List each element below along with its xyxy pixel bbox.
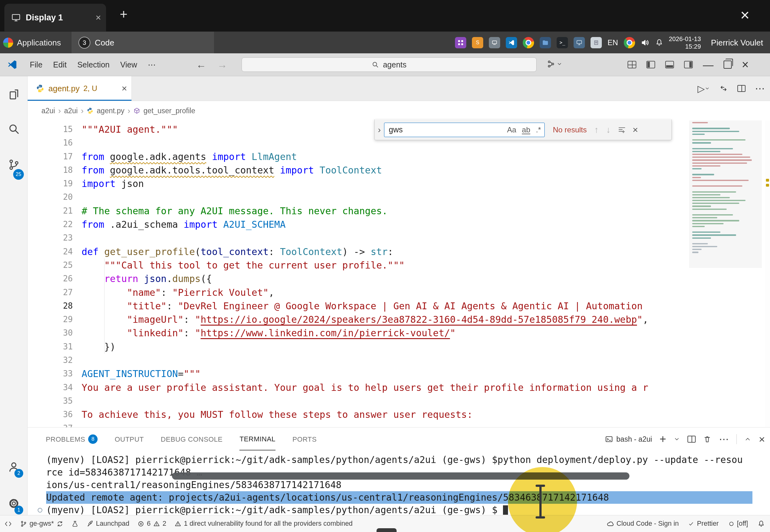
editor-more-actions-icon[interactable]: ⋯ bbox=[755, 82, 765, 94]
find-next-icon[interactable]: ↓ bbox=[606, 125, 611, 135]
menu-edit[interactable]: Edit bbox=[48, 53, 72, 76]
code-line[interactable] bbox=[82, 231, 689, 245]
line-number[interactable]: 27 bbox=[28, 286, 73, 299]
user-menu[interactable]: Pierrick Voulet bbox=[711, 38, 763, 48]
customize-layout-icon[interactable] bbox=[628, 61, 636, 68]
line-number[interactable]: 35 bbox=[28, 394, 73, 408]
line-number[interactable]: 28 bbox=[28, 299, 73, 313]
git-branch-status[interactable]: ge-gws* bbox=[20, 520, 63, 528]
match-case-icon[interactable]: Aa bbox=[505, 125, 518, 135]
whole-word-icon[interactable]: ab bbox=[520, 125, 532, 135]
code-line[interactable]: def get_user_profile(tool_context: ToolC… bbox=[82, 245, 689, 258]
line-number[interactable]: 17 bbox=[28, 150, 73, 163]
volume-icon[interactable] bbox=[641, 38, 650, 47]
line-number[interactable]: 36 bbox=[28, 408, 73, 421]
close-window-icon[interactable]: × bbox=[742, 58, 749, 72]
regex-icon[interactable]: .* bbox=[534, 125, 543, 135]
menu-file[interactable]: File bbox=[24, 53, 48, 76]
toggle-secondary-sidebar-icon[interactable] bbox=[684, 61, 693, 68]
viewer-close-icon[interactable]: × bbox=[736, 6, 754, 24]
system-tray-icon[interactable] bbox=[489, 37, 500, 48]
tab-agent-py[interactable]: agent.py 2, U × bbox=[28, 76, 132, 101]
menu-selection[interactable]: Selection bbox=[72, 53, 115, 76]
line-number[interactable]: 30 bbox=[28, 326, 73, 340]
menu-more[interactable]: ⋯ bbox=[142, 53, 161, 76]
open-changes-icon[interactable] bbox=[719, 84, 728, 93]
applications-menu[interactable]: Applications bbox=[3, 32, 61, 54]
chrome-icon[interactable] bbox=[624, 37, 635, 48]
launchpad-status[interactable]: Launchpad bbox=[87, 520, 129, 528]
line-number[interactable]: 25 bbox=[28, 258, 73, 272]
nav-back-icon[interactable]: ← bbox=[196, 53, 206, 76]
keyboard-layout-icon[interactable] bbox=[455, 37, 466, 48]
terminal-tray-icon[interactable]: >_ bbox=[557, 37, 568, 48]
line-number[interactable]: 15 bbox=[28, 123, 73, 136]
breadcrumb-item[interactable]: agent.py bbox=[97, 107, 124, 115]
remote-indicator-icon[interactable] bbox=[4, 520, 12, 528]
panel-tab-problems[interactable]: PROBLEMS8 bbox=[46, 428, 98, 450]
search-sidebar-icon[interactable] bbox=[8, 123, 20, 135]
code-line[interactable]: AGENT_INSTRUCTION=""" bbox=[82, 367, 689, 380]
notes-tray-icon[interactable] bbox=[591, 37, 602, 48]
chrome-tray-icon[interactable] bbox=[523, 37, 534, 48]
cloud-code-status[interactable]: Cloud Code - Sign in bbox=[607, 520, 679, 528]
run-python-file-button[interactable]: ▷ bbox=[698, 83, 710, 94]
terminal-dropdown-icon[interactable] bbox=[674, 436, 680, 442]
line-number[interactable]: 20 bbox=[28, 190, 73, 204]
code-line[interactable] bbox=[82, 394, 689, 408]
maximize-panel-icon[interactable] bbox=[744, 436, 751, 443]
code-line[interactable]: To achieve this, you MUST follow these s… bbox=[82, 408, 689, 421]
line-number[interactable]: 23 bbox=[28, 231, 73, 245]
find-input[interactable] bbox=[384, 125, 505, 134]
code-line[interactable] bbox=[82, 190, 689, 204]
line-number[interactable]: 31 bbox=[28, 340, 73, 354]
split-terminal-icon[interactable] bbox=[687, 436, 696, 443]
panel-tab-ports[interactable]: PORTS bbox=[292, 428, 317, 450]
explorer-icon[interactable] bbox=[8, 88, 20, 101]
kill-terminal-icon[interactable] bbox=[703, 435, 711, 443]
line-number[interactable]: 37 bbox=[28, 422, 73, 427]
code-line[interactable]: from google.adk.tools.tool_context impor… bbox=[82, 163, 689, 177]
code-line[interactable]: from google.adk.agents import LlmAgent bbox=[82, 150, 689, 163]
find-in-selection-icon[interactable] bbox=[618, 125, 626, 134]
toggle-sidebar-icon[interactable] bbox=[646, 61, 655, 68]
editor[interactable]: 1516171819202122232425262728293031323334… bbox=[28, 120, 770, 427]
folder-tray-icon[interactable] bbox=[540, 37, 551, 48]
workspace-switcher-icon[interactable] bbox=[547, 60, 562, 68]
line-number[interactable]: 29 bbox=[28, 313, 73, 326]
problems-status[interactable]: 6 2 bbox=[137, 520, 166, 528]
find-close-icon[interactable]: × bbox=[633, 125, 638, 135]
menu-view[interactable]: View bbox=[115, 53, 142, 76]
vulnerability-status[interactable]: 1 direct vulnerability found for all the… bbox=[174, 520, 353, 528]
code-line[interactable]: }) bbox=[82, 340, 689, 354]
overview-ruler[interactable] bbox=[765, 120, 770, 427]
line-number[interactable]: 22 bbox=[28, 218, 73, 231]
code-line[interactable]: # The schema for any A2UI message. This … bbox=[82, 204, 689, 218]
feature-toggle-status[interactable]: [off] bbox=[728, 520, 748, 528]
taskbar-window-code[interactable]: 3 Code bbox=[72, 32, 214, 54]
language-indicator[interactable]: EN bbox=[607, 38, 618, 47]
panel-tab-output[interactable]: OUTPUT bbox=[115, 428, 144, 450]
minimize-icon[interactable]: — bbox=[703, 59, 714, 71]
code-line[interactable]: "linkedin": "https://www.linkedin.com/in… bbox=[82, 326, 689, 340]
panel-more-actions-icon[interactable]: ⋯ bbox=[719, 433, 729, 445]
breadcrumb-item[interactable]: get_user_profile bbox=[143, 107, 195, 115]
line-number[interactable]: 24 bbox=[28, 245, 73, 258]
capture-icon[interactable]: S bbox=[472, 37, 483, 48]
vscode-tray-icon[interactable] bbox=[506, 37, 517, 48]
line-number[interactable]: 18 bbox=[28, 163, 73, 177]
terminal-line[interactable]: (myenv) [LOAS2] pierrick@pierrick:~/git/… bbox=[46, 454, 752, 466]
panel-tab-terminal[interactable]: TERMINAL bbox=[239, 428, 275, 450]
command-center-search[interactable]: agents bbox=[242, 57, 537, 72]
tab-close-icon[interactable]: × bbox=[121, 83, 127, 94]
close-panel-icon[interactable]: × bbox=[759, 433, 765, 445]
line-number[interactable]: 16 bbox=[28, 136, 73, 150]
new-display-tab-button[interactable]: + bbox=[117, 8, 131, 21]
line-number[interactable]: 19 bbox=[28, 177, 73, 190]
display-tray-icon[interactable] bbox=[574, 37, 585, 48]
lab-flask-icon[interactable] bbox=[72, 520, 78, 527]
find-expand-icon[interactable]: › bbox=[375, 125, 384, 135]
notifications-bell-icon[interactable] bbox=[757, 520, 765, 528]
display-tab-close-icon[interactable]: × bbox=[95, 12, 101, 23]
display-tab[interactable]: Display 1 × bbox=[4, 4, 106, 31]
